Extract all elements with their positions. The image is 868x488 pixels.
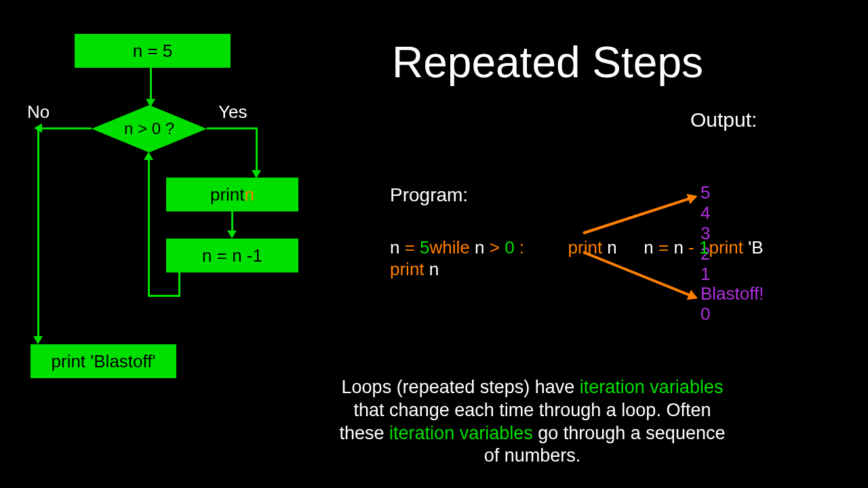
code-line-2: print n bbox=[390, 259, 439, 280]
code-seg: while bbox=[430, 237, 470, 258]
arrow-print-dec-head bbox=[227, 230, 237, 239]
code-seg: n bbox=[673, 237, 688, 258]
output-val-5: Blastoff! bbox=[701, 284, 764, 304]
print-var: n bbox=[245, 184, 254, 205]
expl-line-2: that change each time through a loop. Of… bbox=[227, 399, 837, 422]
print-prefix: print bbox=[210, 184, 245, 205]
flow-box-decrement: n = n -1 bbox=[166, 239, 298, 272]
code-seg: n bbox=[425, 259, 439, 279]
arrow-loop-v1 bbox=[178, 272, 180, 296]
arrow-init-decision bbox=[150, 68, 152, 100]
expl-line-1: Loops (repeated steps) have iteration va… bbox=[227, 376, 837, 399]
expl-seg: iteration variables bbox=[389, 423, 533, 443]
arrow-loop-v2 bbox=[148, 159, 150, 297]
expl-line-3: these iteration variables go through a s… bbox=[227, 422, 837, 445]
expl-seg: iteration variables bbox=[580, 377, 724, 397]
arrow-no-h bbox=[41, 127, 92, 129]
flow-box-init: n = 5 bbox=[75, 34, 231, 68]
flow-decision: n > 0 ? bbox=[92, 105, 207, 152]
code-seg: print bbox=[390, 259, 425, 279]
arrow-init-decision-head bbox=[146, 99, 155, 107]
code-seg: n bbox=[644, 237, 658, 258]
code-seg: n bbox=[602, 237, 617, 258]
code-seg: 5 bbox=[420, 237, 429, 258]
output-val-4: 1 bbox=[701, 264, 764, 285]
expl-line-4: of numbers. bbox=[227, 445, 837, 468]
yes-label: Yes bbox=[218, 102, 247, 123]
program-label: Program: bbox=[390, 184, 468, 206]
code-seg: 1 bbox=[699, 237, 709, 258]
output-val-0: 5 bbox=[701, 183, 764, 203]
flow-decision-text: n > 0 ? bbox=[124, 119, 174, 138]
arrow-no-v bbox=[37, 127, 39, 338]
flow-box-blastoff: print 'Blastoff' bbox=[31, 344, 176, 378]
code-seg: 'B bbox=[743, 237, 764, 258]
output-label: Output: bbox=[690, 108, 757, 131]
code-seg: > bbox=[490, 237, 505, 258]
arrow-loop-head bbox=[144, 152, 153, 160]
code-seg: = bbox=[658, 237, 673, 258]
expl-seg: these bbox=[340, 423, 390, 443]
code-seg: : bbox=[519, 237, 524, 258]
code-seg: - bbox=[688, 237, 699, 258]
output-val-1: 4 bbox=[701, 203, 764, 224]
slide-title: Repeated Steps bbox=[392, 37, 703, 87]
code-seg: 0 bbox=[505, 237, 519, 258]
output-val-6: 0 bbox=[701, 304, 764, 325]
arrow-no-v-head bbox=[33, 336, 43, 344]
orange-arrow-1 bbox=[583, 195, 696, 235]
expl-seg: Loops (repeated steps) have bbox=[342, 377, 580, 397]
no-label: No bbox=[27, 102, 50, 123]
code-seg: = bbox=[405, 237, 420, 258]
code-seg: print bbox=[709, 237, 743, 258]
arrow-print-dec bbox=[231, 211, 233, 232]
arrow-yes-head bbox=[252, 170, 261, 178]
code-seg: n bbox=[470, 237, 490, 258]
explanation: Loops (repeated steps) have iteration va… bbox=[227, 376, 837, 468]
arrow-loop-h bbox=[148, 295, 180, 297]
code-line-1: n = 5while n > 0 : print n n = n - 1prin… bbox=[390, 237, 764, 258]
expl-seg: go through a sequence bbox=[533, 423, 726, 443]
code-seg: n bbox=[390, 237, 405, 258]
arrow-yes-h bbox=[207, 127, 258, 129]
flow-box-print-n: print n bbox=[166, 178, 298, 211]
arrow-yes-v bbox=[256, 127, 258, 171]
